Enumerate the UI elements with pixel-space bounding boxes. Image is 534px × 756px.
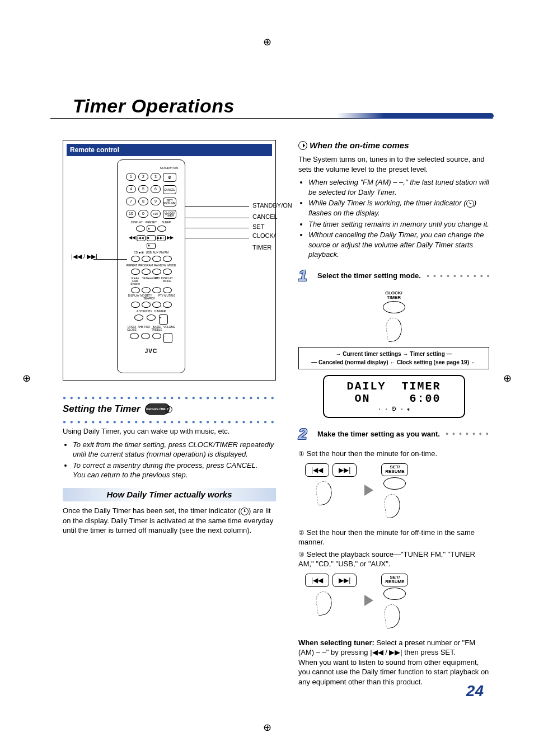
fmam-button[interactable] bbox=[163, 256, 172, 262]
cd-label: CD bbox=[134, 251, 138, 254]
oval-button-icon bbox=[383, 477, 406, 490]
fmam-label: FM/AM bbox=[160, 251, 168, 254]
dimmer-label: DIMMER bbox=[154, 310, 166, 313]
content-columns: Remote control |◀◀ / ▶▶| STANDBY/ON 1 2 … bbox=[63, 140, 489, 689]
registration-mark-icon: ⊕ bbox=[503, 372, 512, 384]
openclose-label: OPEN/ CLOSE bbox=[127, 326, 137, 331]
usb-button[interactable] bbox=[142, 256, 151, 262]
how-daily-timer-works-heading: How Daily Timer actually works bbox=[63, 488, 276, 501]
prev-button[interactable]: |◀◀ bbox=[137, 235, 146, 241]
arrow-right-icon bbox=[364, 595, 373, 606]
cancel-button[interactable]: CANCEL bbox=[163, 185, 176, 194]
pty-button[interactable] bbox=[152, 287, 161, 293]
registration-mark-icon: ⊕ bbox=[263, 36, 271, 48]
num-over10-button[interactable]: ≥10 bbox=[151, 210, 161, 218]
aux-button[interactable] bbox=[152, 256, 161, 262]
muting-button[interactable] bbox=[163, 269, 172, 275]
power-button[interactable]: ⏻ bbox=[163, 173, 176, 182]
flow-canceled: Canceled (normal display) bbox=[318, 359, 388, 365]
substep-3-text: Select the playback source—"TUNER FM," "… bbox=[298, 550, 475, 569]
remote-body: STANDBY/ON 1 2 3 ⏻ 4 5 6 CA bbox=[117, 159, 185, 373]
circled-2: ② bbox=[298, 528, 305, 537]
num-1-button[interactable]: 1 bbox=[126, 173, 136, 181]
title-bar: Timer Operations bbox=[50, 95, 493, 119]
next-button[interactable]: ▶▶| bbox=[157, 235, 166, 241]
repeat-button[interactable] bbox=[131, 269, 140, 275]
pty-label: PTY bbox=[155, 277, 161, 285]
pm-label: DISPLAY MODE bbox=[161, 277, 173, 285]
sleep-button[interactable] bbox=[157, 226, 166, 232]
num-6-button[interactable]: 6 bbox=[151, 185, 161, 193]
display-label: DISPLAY bbox=[131, 221, 141, 224]
list-item: When selecting "FM (AM) – –," the last t… bbox=[308, 177, 489, 197]
next-key: ▶▶| bbox=[332, 574, 357, 587]
page-title: Timer Operations bbox=[50, 95, 493, 117]
pty2-label: PTY bbox=[158, 294, 164, 300]
repeat-label: REPEAT bbox=[127, 264, 138, 267]
leader-line bbox=[185, 218, 249, 218]
random-button[interactable] bbox=[152, 269, 161, 275]
ahb-button[interactable] bbox=[141, 333, 150, 339]
circle-arrow-icon bbox=[298, 141, 307, 150]
hand-press-icon bbox=[385, 317, 404, 342]
mode2-button[interactable] bbox=[163, 287, 172, 293]
key-illustration-1: |◀◀ ▶▶| SET/ RESUME bbox=[305, 463, 489, 518]
b4[interactable] bbox=[163, 302, 172, 308]
display-button[interactable] bbox=[136, 226, 145, 232]
registration-mark-icon: ⊕ bbox=[263, 721, 271, 734]
num-8-button[interactable]: 8 bbox=[138, 198, 148, 205]
num-4-button[interactable]: 4 bbox=[126, 185, 136, 193]
divider-dots: ● ● ● ● ● ● ● ● ● ● ● ● ● ● ● bbox=[427, 273, 489, 279]
lcd-icons: · · ⏲ · ✱ bbox=[330, 406, 458, 412]
astandby-label: A.STANDBY bbox=[137, 310, 152, 313]
page: ⊕ ⊕ ⊕ ⊕ Timer Operations Remote control … bbox=[0, 0, 534, 756]
setting-the-timer-heading: Setting the Timer Remote ONLY bbox=[63, 403, 276, 416]
list-item: While Daily Timer is working, the timer … bbox=[308, 198, 489, 218]
standby-on-label: STANDBY/ON bbox=[122, 167, 180, 170]
num-5-button[interactable]: 5 bbox=[138, 185, 148, 193]
set-resume-key: SET/ RESUME bbox=[381, 463, 408, 476]
substep-3: ③ Select the playback source—"TUNER FM,"… bbox=[298, 550, 489, 569]
vol-down-button[interactable]: − bbox=[163, 333, 172, 343]
open-close-button[interactable] bbox=[130, 333, 139, 339]
step-2-row: 2 Make the timer setting as you want. ● … bbox=[298, 424, 489, 445]
mode-label: MODE bbox=[167, 264, 176, 267]
num-2-button[interactable]: 2 bbox=[138, 173, 148, 181]
cd-button[interactable] bbox=[131, 256, 140, 262]
program-button[interactable] bbox=[142, 269, 151, 275]
astandby-button[interactable] bbox=[134, 314, 143, 321]
clock-icon bbox=[241, 508, 249, 515]
step-1-label: Select the timer setting mode. bbox=[317, 271, 421, 281]
num-7-button[interactable]: 7 bbox=[126, 198, 136, 205]
num-0-button[interactable]: 0 bbox=[138, 210, 148, 218]
ta-label: TA/News/Info bbox=[142, 277, 154, 285]
rds-button[interactable] bbox=[131, 287, 140, 293]
num-10-button[interactable]: 10 bbox=[126, 210, 136, 218]
aux-label: AUX bbox=[153, 251, 158, 254]
bass-button[interactable] bbox=[152, 333, 161, 339]
play-label: ▶/⏸ bbox=[139, 251, 144, 254]
preset-up-button[interactable]: ▲ bbox=[147, 226, 156, 232]
next-key: ▶▶| bbox=[332, 463, 357, 477]
how-daily-timer-works-text: Once the Daily Timer has been set, the t… bbox=[63, 506, 276, 536]
arrow-right-icon bbox=[364, 485, 373, 496]
stop-button[interactable]: ■ bbox=[147, 235, 156, 241]
substep-2: ② Set the hour then the minute for off-t… bbox=[298, 528, 489, 547]
vol-up-button[interactable]: + bbox=[159, 314, 168, 325]
volume-label: VOLUME bbox=[163, 326, 175, 331]
callout-standby: STANDBY/ON bbox=[252, 200, 292, 212]
clock-timer-button[interactable]: CLOCK/ TIMER bbox=[163, 210, 176, 219]
num-9-button[interactable]: 9 bbox=[151, 198, 161, 205]
set-resume-button[interactable]: SET/ RESUME bbox=[163, 198, 176, 206]
b2[interactable] bbox=[142, 302, 151, 308]
step-1-number: 1 bbox=[298, 265, 315, 287]
flow-clock: Clock setting (see page 19) bbox=[397, 359, 469, 365]
ta-button[interactable] bbox=[142, 287, 151, 293]
divider-dots: ● ● ● ● ● ● ● ● ● ● ● ● ● ● ● ● ● ● ● ● … bbox=[63, 394, 276, 402]
circled-1: ① bbox=[298, 449, 305, 458]
b3[interactable] bbox=[152, 302, 161, 308]
preset-down-button[interactable]: ▼ bbox=[147, 243, 156, 249]
b1[interactable] bbox=[131, 302, 140, 308]
num-3-button[interactable]: 3 bbox=[151, 173, 161, 181]
dimmer-button[interactable] bbox=[147, 314, 156, 321]
